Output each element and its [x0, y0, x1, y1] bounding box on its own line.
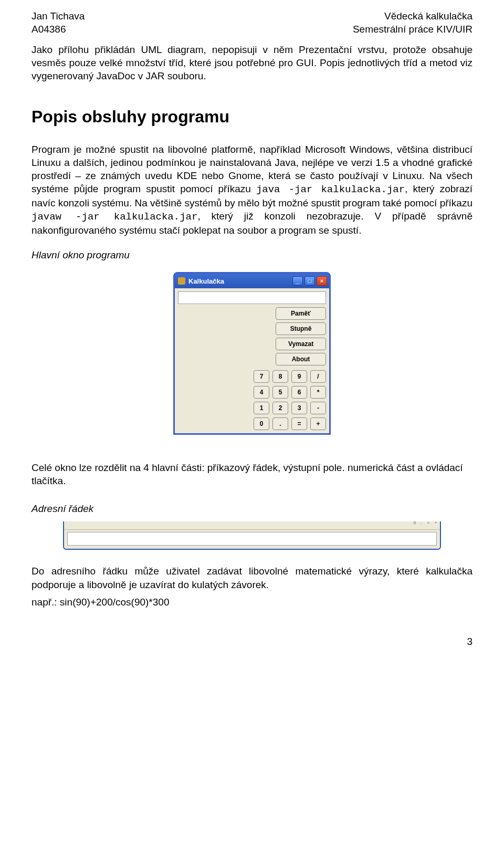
header-course: Semestrální práce KIV/UIR: [353, 23, 472, 36]
usage-paragraph: Program je možné spustit na libovolné pl…: [32, 143, 472, 237]
section-heading: Popis obsluhy programu: [32, 106, 472, 128]
header-author: Jan Tichava: [32, 9, 85, 23]
addr-key-0: 0: [414, 520, 416, 525]
subheading-address-bar: Adresní řádek: [32, 502, 472, 515]
addr-key-dot: .: [421, 520, 422, 525]
minimize-button[interactable]: _: [292, 276, 303, 286]
calc-keypad: 7 8 9 / 4 5 6 * 1 2 3 - 0 . = +: [178, 368, 326, 430]
key-mul[interactable]: *: [310, 386, 326, 399]
intro-paragraph: Jako přílohu přikládán UML diagram, nepo…: [32, 43, 472, 82]
degrees-button[interactable]: Stupně: [276, 322, 326, 335]
key-5[interactable]: 5: [272, 386, 288, 399]
key-4[interactable]: 4: [254, 386, 269, 399]
key-3[interactable]: 3: [291, 402, 307, 414]
key-6[interactable]: 6: [291, 386, 307, 399]
header-id: A04386: [32, 23, 66, 36]
key-1[interactable]: 1: [254, 402, 269, 414]
addr-key-add: +: [435, 520, 437, 525]
key-dot[interactable]: .: [272, 417, 288, 430]
subheading-main-window: Hlavní okno programu: [32, 248, 472, 262]
example-expression: např.: sin(90)+200/cos(90)*300: [32, 595, 472, 609]
window-titlebar: Kalkulačka _ □ ×: [175, 274, 329, 288]
key-sub[interactable]: -: [310, 402, 326, 414]
addr-key-eq: =: [427, 520, 429, 525]
page-number: 3: [32, 635, 472, 648]
calculator-screenshot: Kalkulačka _ □ × Paměť Stupně Vymazat Ab…: [173, 272, 331, 435]
key-9[interactable]: 9: [291, 370, 307, 383]
app-icon: [178, 277, 185, 285]
window-title: Kalkulačka: [188, 277, 291, 286]
address-bar-screenshot: 0 . = +: [63, 521, 441, 550]
address-input[interactable]: [67, 532, 437, 546]
key-2[interactable]: 2: [272, 402, 288, 414]
key-8[interactable]: 8: [272, 370, 288, 383]
address-paragraph: Do adresního řádku může uživatel zadávat…: [32, 564, 472, 591]
clear-button[interactable]: Vymazat: [276, 338, 326, 350]
memory-button[interactable]: Paměť: [276, 307, 326, 320]
maximize-button[interactable]: □: [304, 276, 315, 286]
close-button[interactable]: ×: [317, 276, 327, 286]
key-add[interactable]: +: [310, 417, 326, 430]
command-2: javaw -jar kalkulacka.jar: [32, 211, 197, 223]
key-7[interactable]: 7: [254, 370, 269, 383]
key-0[interactable]: 0: [254, 417, 269, 430]
header-title: Vědecká kalkulačka: [384, 9, 472, 23]
command-1: java -jar kalkulacka.jar: [256, 184, 405, 195]
window-parts-paragraph: Celé okno lze rozdělit na 4 hlavní části…: [32, 461, 472, 487]
key-div[interactable]: /: [310, 370, 326, 383]
key-eq[interactable]: =: [291, 417, 307, 430]
about-button[interactable]: About: [276, 353, 326, 365]
calc-display[interactable]: [178, 291, 326, 304]
